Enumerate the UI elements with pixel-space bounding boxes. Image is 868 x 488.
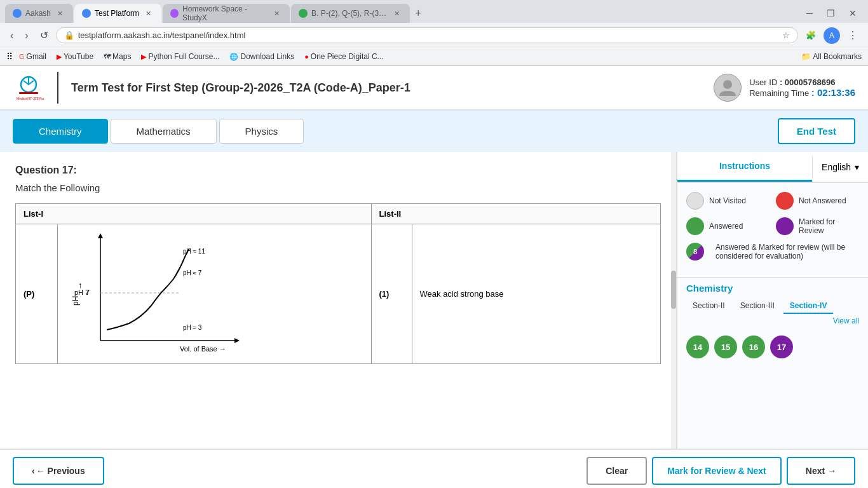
bookmark-onepiece[interactable]: ● One Piece Digital C... [301, 51, 387, 62]
app-header: Medical|IIT-JEE|Foundations Term Test fo… [0, 66, 868, 111]
maps-icon: 🗺 [104, 53, 111, 60]
all-bookmarks[interactable]: 📁 All Bookmarks [801, 52, 862, 61]
language-label: English [822, 162, 851, 172]
next-button[interactable]: Next → [787, 457, 855, 485]
tab-studyx-close[interactable]: ✕ [271, 8, 282, 19]
user-id-label: User ID [749, 78, 777, 87]
table-row: (P) pH ↑ [16, 224, 661, 364]
chevron-down-icon: ▾ [855, 162, 859, 172]
bookmark-download[interactable]: 🌐 Download Links [226, 51, 298, 62]
q-btn-15[interactable]: 15 [714, 336, 737, 358]
q-btn-16[interactable]: 16 [742, 336, 765, 358]
row-label-cell: (P) [16, 224, 58, 364]
tab-physics[interactable]: Physics [219, 119, 304, 144]
end-test-button[interactable]: End Test [778, 118, 855, 144]
back-button[interactable]: ‹ [6, 27, 17, 44]
address-bar[interactable]: 🔒 testplatform.aakash.ac.in/testpanel/in… [56, 27, 798, 43]
bottom-nav: ‹ ← Previous Clear Mark for Review & Nex… [0, 449, 868, 488]
question-title: Question 17: [15, 165, 661, 176]
scroll-track[interactable] [671, 152, 676, 449]
tab-mathematics[interactable]: Mathematics [111, 119, 217, 144]
legend-row-3: 8 Answered & Marked for review (will be … [686, 243, 859, 261]
close-button[interactable]: ✕ [843, 6, 863, 21]
google-favicon [299, 9, 308, 18]
view-all-link[interactable]: View all [833, 316, 859, 325]
reload-button[interactable]: ↺ [36, 27, 52, 44]
restore-button[interactable]: ❐ [820, 6, 841, 21]
not-answered-dot [776, 192, 794, 210]
language-dropdown[interactable]: English ▾ [812, 156, 868, 179]
instructions-tab[interactable]: Instructions [677, 152, 812, 182]
window-controls: ─ ❐ ✕ [800, 6, 863, 21]
legend-marked-review: Marked for Review [776, 217, 859, 235]
section-ii-tab[interactable]: Section-II [686, 299, 731, 314]
avatar-icon [718, 78, 737, 97]
testplatform-favicon [82, 9, 91, 18]
bookmark-onepiece-label: One Piece Digital C... [311, 52, 384, 61]
tab-bar: Aakash ✕ Test Platform ✕ Homework Space … [0, 0, 868, 23]
clear-button[interactable]: Clear [587, 457, 647, 485]
q-btn-17[interactable]: 17 [770, 336, 793, 358]
ph-graph: pH ↑ Vol. of Base → 7 pH ≈ 11 pH ≈ 7 pH … [65, 229, 250, 356]
new-tab-button[interactable]: + [411, 7, 426, 20]
tab-google-close[interactable]: ✕ [391, 8, 402, 19]
bookmark-gmail-label: Gmail [27, 52, 46, 61]
tab-chemistry[interactable]: Chemistry [13, 119, 108, 144]
svg-marker-6 [98, 233, 103, 238]
not-visited-dot [686, 192, 704, 210]
bookmark-python-label: Python Full Course... [148, 52, 219, 61]
legend-row-2: Answered Marked for Review [686, 217, 859, 235]
profile-button[interactable]: A [824, 27, 840, 44]
extensions-button[interactable]: 🧩 [802, 28, 820, 43]
section-iv-tab[interactable]: Section-IV [783, 299, 834, 314]
tab-testplatform[interactable]: Test Platform ✕ [74, 4, 161, 23]
remaining-time-row: Remaining Time : 02:13:36 [749, 87, 855, 98]
bookmark-python[interactable]: ▶ Python Full Course... [137, 51, 223, 62]
legend-not-answered: Not Answered [776, 192, 859, 210]
bookmarks-bar: ⠿ G Gmail ▶ YouTube 🗺 Maps ▶ Python Full… [0, 48, 868, 65]
user-avatar [714, 74, 742, 102]
minimize-button[interactable]: ─ [800, 6, 819, 21]
remaining-time-label: Remaining Time [749, 88, 809, 98]
right-panel: Instructions English ▾ Not Visited Not A… [677, 152, 868, 449]
menu-button[interactable]: ⋮ [844, 27, 862, 44]
svg-text:pH  7: pH 7 [74, 288, 89, 296]
list-ii-header: List-II [371, 204, 660, 224]
q-btn-14[interactable]: 14 [686, 336, 709, 358]
exam-title: Term Test for First Step (Group-2)-2026_… [71, 81, 714, 95]
browser-actions: 🧩 A ⋮ [802, 27, 862, 44]
tab-aakash[interactable]: Aakash ✕ [5, 4, 73, 23]
answered-marked-dot: 8 [686, 243, 704, 261]
legend-not-visited: Not Visited [686, 192, 770, 210]
svg-rect-1 [19, 92, 38, 94]
match-table: List-I List-II (P) [15, 203, 661, 364]
user-id-row: User ID : 00005768696 [749, 78, 855, 87]
tab-google[interactable]: B. P-(2), Q-(5), R-(3), S-(4 - Goo... ✕ [291, 4, 410, 23]
user-details: User ID : 00005768696 Remaining Time : 0… [749, 78, 855, 98]
chevron-left-icon: ‹ [32, 466, 35, 476]
forward-button[interactable]: › [21, 27, 32, 44]
marked-review-label: Marked for Review [799, 217, 859, 235]
tab-studyx[interactable]: Homework Space - StudyX ✕ [163, 4, 290, 23]
tab-aakash-label: Aakash [25, 9, 51, 18]
apps-icon[interactable]: ⠿ [6, 51, 13, 62]
tab-aakash-close[interactable]: ✕ [55, 8, 65, 19]
tab-testplatform-close[interactable]: ✕ [143, 8, 154, 19]
item-number-cell: (1) [371, 224, 412, 364]
scroll-thumb[interactable] [671, 271, 676, 309]
next-label: Next → [806, 466, 836, 476]
bookmark-gmail[interactable]: G Gmail [15, 51, 50, 62]
bookmark-maps[interactable]: 🗺 Maps [100, 51, 135, 62]
aakash-logo: Medical|IIT-JEE|Foundations [13, 72, 44, 104]
bookmark-youtube-label: YouTube [64, 52, 93, 61]
section-iii-tab[interactable]: Section-III [734, 299, 781, 314]
youtube-icon: ▶ [57, 53, 62, 61]
tab-studyx-label: Homework Space - StudyX [182, 4, 268, 22]
previous-button[interactable]: ‹ ← Previous [13, 457, 104, 485]
review-button[interactable]: Mark for Review & Next [652, 457, 782, 485]
not-answered-label: Not Answered [799, 196, 846, 205]
bookmark-download-label: Download Links [240, 52, 294, 61]
not-visited-label: Not Visited [709, 196, 746, 205]
bookmark-youtube[interactable]: ▶ YouTube [53, 51, 97, 62]
star-icon[interactable]: ☆ [782, 30, 790, 40]
